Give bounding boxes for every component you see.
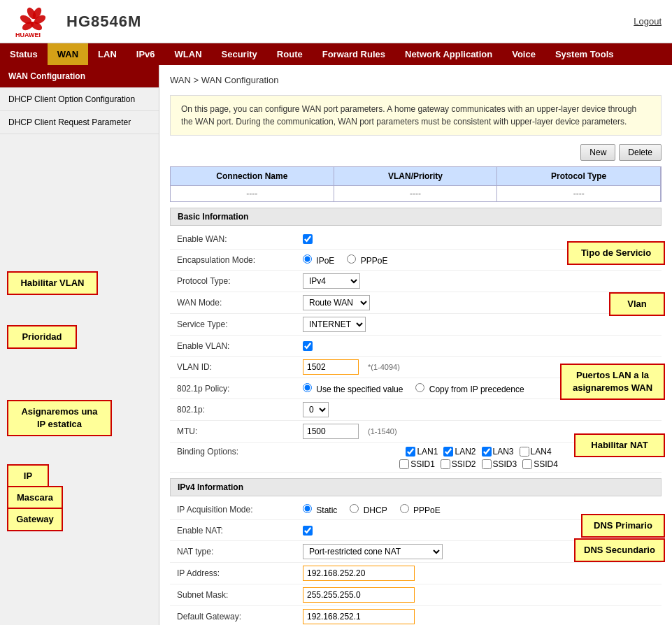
protocol-label: Protocol Type: [177, 276, 303, 286]
ipv4-section: IPv4 Information [170, 478, 662, 496]
ip-addr-input[interactable] [303, 566, 415, 581]
policy-use-option[interactable]: Use the specified value [303, 383, 403, 394]
policy-use-radio[interactable] [303, 383, 312, 392]
lan3-checkbox[interactable] [482, 447, 492, 457]
policy-copy-option[interactable]: Copy from IP precedence [415, 383, 524, 394]
nav-ipv6[interactable]: IPv6 [127, 43, 165, 65]
nav-voice[interactable]: Voice [502, 43, 545, 65]
wan-mode-label: WAN Mode: [177, 298, 303, 308]
nav-route[interactable]: Route [267, 43, 313, 65]
huawei-logo: HUAWEI [10, 6, 52, 37]
cell-connection-name: ---- [171, 186, 334, 201]
table-row: ---- ---- ---- [170, 186, 662, 202]
wan-mode-row: WAN Mode: Route WAN Bridge WAN [170, 292, 662, 314]
ip-addr-row: IP Address: [170, 563, 662, 584]
lan2-checkbox[interactable] [443, 447, 453, 457]
subnet-input[interactable] [303, 587, 415, 603]
encap-pppoe-option[interactable]: PPPoE [347, 254, 387, 266]
encap-ipoe-radio[interactable] [303, 254, 312, 264]
nav-lan[interactable]: LAN [88, 43, 127, 65]
ip-pppoe-option[interactable]: PPPoE [400, 504, 441, 515]
new-button[interactable]: New [580, 144, 615, 161]
ssid3-option[interactable]: SSID3 [482, 459, 517, 469]
logout-button[interactable]: Logout [634, 16, 662, 27]
protocol-select[interactable]: IPv4 IPv6 IPv4/IPv6 [303, 273, 360, 289]
cell-protocol: ---- [497, 186, 661, 201]
nat-type-select[interactable]: Port-restricted cone NAT Full cone NAT A… [303, 544, 443, 559]
enable-wan-checkbox[interactable] [303, 234, 313, 244]
vlan-id-input[interactable] [303, 359, 359, 375]
binding-lan-row: LAN1 LAN2 LAN3 LAN4 [406, 447, 551, 457]
ip-pppoe-radio[interactable] [400, 504, 409, 513]
nav-network-application[interactable]: Network Application [395, 43, 502, 65]
lan4-checkbox[interactable] [520, 447, 529, 457]
nav-wan[interactable]: WAN [48, 43, 88, 65]
mtu-input[interactable] [303, 424, 359, 439]
nav-wlan[interactable]: WLAN [165, 43, 212, 65]
header: HUAWEI HG8546M Logout [0, 0, 672, 43]
nav-status[interactable]: Status [0, 43, 48, 65]
lan1-option[interactable]: LAN1 [406, 447, 438, 457]
ip-static-radio[interactable] [303, 504, 312, 513]
lan1-checkbox[interactable] [406, 447, 415, 457]
ssid2-checkbox[interactable] [441, 459, 450, 469]
enable-vlan-value [303, 341, 655, 351]
sidebar-dhcp-option[interactable]: DHCP Client Option Configuration [0, 88, 159, 111]
encap-ipoe-option[interactable]: IPoE [303, 254, 334, 266]
annotation-ip-estatica: Asignaremos una IP estatica [7, 400, 112, 436]
wan-mode-select[interactable]: Route WAN Bridge WAN [303, 295, 370, 310]
cell-vlan: ---- [334, 186, 498, 201]
lan2-option[interactable]: LAN2 [443, 447, 476, 457]
p802-row: 802.1p: 0 1 2 3 4 5 6 7 [170, 399, 662, 421]
subnet-label: Subnet Mask: [177, 590, 303, 600]
ip-dhcp-radio[interactable] [350, 504, 359, 513]
ssid1-checkbox[interactable] [399, 459, 409, 469]
p802-select[interactable]: 0 1 2 3 4 5 6 7 [303, 402, 329, 417]
ssid3-checkbox[interactable] [482, 459, 492, 469]
lan3-option[interactable]: LAN3 [482, 447, 514, 457]
lan4-option[interactable]: LAN4 [520, 447, 552, 457]
sidebar-wan-config[interactable]: WAN Configuration [0, 65, 159, 88]
gateway-value [303, 609, 655, 624]
logo-area: HUAWEI [10, 6, 52, 37]
policy-label: 802.1p Policy: [177, 384, 303, 394]
page-layout: WAN Configuration DHCP Client Option Con… [0, 65, 672, 625]
subnet-row: Subnet Mask: [170, 584, 662, 606]
annotation-mascara: Mascara [7, 486, 63, 510]
service-type-label: Service Type: [177, 319, 303, 329]
col-vlan-priority: VLAN/Priority [334, 167, 498, 185]
subnet-value [303, 587, 655, 603]
protocol-type-row: Protocol Type: IPv4 IPv6 IPv4/IPv6 [170, 271, 662, 292]
service-type-select[interactable]: INTERNET TR069 VOIP OTHER [303, 317, 366, 332]
ip-static-option[interactable]: Static [303, 504, 337, 515]
annotation-vlan: Vlan [609, 292, 665, 316]
sidebar-dhcp-request[interactable]: DHCP Client Request Parameter [0, 111, 159, 134]
brand-title: HG8546M [66, 13, 141, 31]
gateway-input[interactable] [303, 609, 415, 624]
service-type-value: INTERNET TR069 VOIP OTHER [303, 317, 655, 332]
ip-dhcp-option[interactable]: DHCP [350, 504, 387, 515]
encap-label: Encapsulation Mode: [177, 255, 303, 265]
enable-nat-checkbox[interactable] [303, 526, 313, 536]
annotation-ip: IP [7, 464, 49, 488]
ssid2-option[interactable]: SSID2 [441, 459, 476, 469]
encap-pppoe-radio[interactable] [347, 254, 356, 264]
nav-security[interactable]: Security [212, 43, 267, 65]
nav-system-tools[interactable]: System Tools [545, 43, 624, 65]
ssid4-checkbox[interactable] [522, 459, 532, 469]
ssid4-option[interactable]: SSID4 [522, 459, 558, 469]
enable-vlan-checkbox[interactable] [303, 341, 313, 351]
vlan-id-hint: *(1-4094) [368, 363, 400, 371]
delete-button[interactable]: Delete [619, 144, 662, 161]
info-box: On this page, you can configure WAN port… [170, 95, 662, 136]
ip-addr-label: IP Address: [177, 568, 303, 578]
annotation-gateway: Gateway [7, 508, 63, 531]
ip-addr-value [303, 566, 655, 581]
policy-copy-radio[interactable] [415, 383, 424, 392]
nav-forward-rules[interactable]: Forward Rules [313, 43, 395, 65]
svg-text:HUAWEI: HUAWEI [15, 31, 41, 37]
ssid1-option[interactable]: SSID1 [399, 459, 435, 469]
toolbar: New Delete [170, 144, 662, 161]
col-protocol-type: Protocol Type [497, 167, 661, 185]
annotation-dns-secundario: DNS Secundario [574, 538, 665, 562]
